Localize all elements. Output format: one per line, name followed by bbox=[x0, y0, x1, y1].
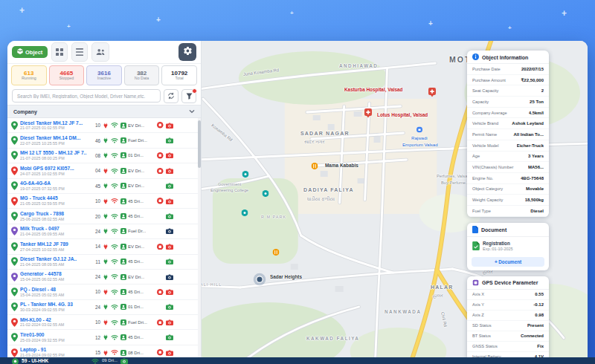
camera-icon[interactable] bbox=[166, 289, 173, 295]
vehicle-row[interactable]: 4G-6A-4G-6A 19-07-2025 07:32:55 PM 45 EV… bbox=[7, 179, 201, 194]
vehicle-row[interactable]: PL - Tanker MH. 4G. 33 30-03-2024 09:02:… bbox=[7, 300, 201, 315]
camera-icon[interactable] bbox=[166, 123, 173, 129]
status-chip-stopped[interactable]: 4665 Stopped bbox=[49, 65, 85, 85]
vehicle-row[interactable]: Laptop - 91 21-03-2024 09:02:55 PM 15 08… bbox=[7, 345, 201, 357]
map-marker-hospital[interactable] bbox=[364, 108, 372, 118]
vehicle-row[interactable]: Tanker MH.12 JF 789 27-04-2025 10:02:55 … bbox=[7, 239, 201, 254]
camera-icon[interactable] bbox=[166, 334, 173, 340]
company-group-header[interactable]: Company bbox=[7, 105, 201, 118]
driver-chip[interactable]: Fuel Dri... bbox=[120, 137, 155, 143]
stop-icon[interactable] bbox=[157, 198, 164, 204]
map-marker-dot[interactable] bbox=[253, 273, 266, 286]
document-item[interactable]: Registration Exp.:01-10-2025 bbox=[467, 237, 549, 255]
refresh-button[interactable] bbox=[164, 89, 178, 103]
vehicle-name[interactable]: MH 12 LT 5550 - MH.12 JF 7.. bbox=[20, 150, 89, 156]
map-marker-food[interactable] bbox=[273, 249, 280, 256]
vehicle-name[interactable]: Tire01-900 bbox=[20, 332, 89, 338]
bottom-vehicle-name[interactable]: 59 - UI-HHK bbox=[22, 358, 89, 363]
vehicle-row[interactable]: Tire01-900 25-03-2024 09:32:55 PM 12 45 … bbox=[7, 330, 201, 345]
tab-list-view[interactable] bbox=[71, 42, 88, 62]
stop-icon[interactable] bbox=[157, 319, 164, 326]
vehicle-name[interactable]: Diesel Tanker MH.14 DM... bbox=[20, 135, 89, 141]
vehicle-name[interactable]: MG - Truck 4445 bbox=[20, 195, 89, 201]
list-scrollbar[interactable] bbox=[198, 118, 201, 357]
status-chip-no-data[interactable]: 382 No Data bbox=[124, 65, 160, 85]
vehicle-name[interactable]: PQ - Diesel - 48 bbox=[20, 287, 89, 293]
map-marker-landmark[interactable] bbox=[242, 171, 249, 178]
driver-chip[interactable]: 45 Dri... bbox=[120, 198, 155, 204]
vehicle-name[interactable]: Diesel Tanker GJ.12 JA.. bbox=[20, 256, 89, 262]
stop-icon[interactable] bbox=[157, 168, 164, 175]
driver-chip[interactable]: 01 Dri... bbox=[120, 152, 155, 158]
camera-icon[interactable] bbox=[166, 152, 173, 158]
bottom-bar[interactable]: 59 - UI-HHK 09 Dri... bbox=[0, 357, 595, 364]
search-input[interactable] bbox=[12, 89, 161, 103]
camera-icon[interactable] bbox=[166, 319, 173, 325]
status-chip-running[interactable]: 613 Running bbox=[11, 65, 47, 85]
stop-icon[interactable] bbox=[157, 122, 164, 129]
stop-icon[interactable] bbox=[157, 244, 164, 250]
status-chip-inactive[interactable]: 3616 Inactive bbox=[86, 65, 122, 85]
vehicle-row[interactable]: MH 12 LT 5550 - MH.12 JF 7.. 21-07-2025 … bbox=[7, 149, 201, 163]
stop-icon[interactable] bbox=[157, 349, 164, 356]
vehicle-row[interactable]: Diesel Tanker MH.12 JF 7... 21-07-2025 0… bbox=[7, 118, 201, 133]
vehicle-row[interactable]: Mobi GPS 6972 KI057... 24-07-2025 10:02:… bbox=[7, 163, 201, 178]
vehicle-name[interactable]: Laptop - 91 bbox=[20, 347, 89, 353]
status-chip-total[interactable]: 10792 Total bbox=[161, 65, 197, 85]
camera-icon[interactable] bbox=[166, 244, 173, 250]
gps-device-parameter-header[interactable]: GPS Device Parameter bbox=[467, 276, 549, 290]
driver-chip[interactable]: 08 Dri... bbox=[120, 350, 155, 356]
driver-chip[interactable]: EV Dri... bbox=[120, 274, 155, 280]
object-information-header[interactable]: Object Information bbox=[467, 51, 549, 64]
scrollbar-thumb[interactable] bbox=[198, 120, 201, 168]
map-marker-landmark[interactable] bbox=[242, 209, 248, 216]
vehicle-name[interactable]: Cargo Truck - 7898 bbox=[20, 211, 89, 217]
driver-chip[interactable]: 45 Dri... bbox=[120, 334, 155, 340]
vehicle-name[interactable]: Milk Truck - 0497 bbox=[20, 226, 89, 232]
vehicle-row[interactable]: MG - Truck 4445 21-05-2025 02:59:55 PM 1… bbox=[7, 194, 201, 209]
camera-icon[interactable] bbox=[166, 198, 173, 204]
driver-chip[interactable]: 45 Dri... bbox=[120, 259, 155, 264]
camera-icon[interactable] bbox=[166, 168, 173, 174]
camera-icon[interactable] bbox=[166, 304, 173, 310]
camera-icon[interactable] bbox=[166, 228, 173, 234]
driver-chip[interactable]: EV Dri... bbox=[120, 168, 155, 174]
stop-icon[interactable] bbox=[157, 152, 164, 159]
stop-icon[interactable] bbox=[157, 289, 164, 296]
vehicle-name[interactable]: Generator - 44578 bbox=[20, 271, 89, 277]
map-marker-hospital[interactable] bbox=[428, 88, 436, 97]
vehicle-row[interactable]: MH-KL00 - 42 21-02-2024 03:02:55 AM 10 F… bbox=[7, 315, 201, 330]
camera-icon[interactable] bbox=[166, 274, 173, 280]
camera-icon[interactable] bbox=[166, 183, 173, 189]
vehicle-row[interactable]: Generator - 44578 15-04-2025 06:02:55 AM… bbox=[7, 270, 201, 285]
vehicle-name[interactable]: Diesel Tanker MH.12 JF 7... bbox=[20, 120, 89, 126]
tab-groups[interactable] bbox=[91, 42, 109, 62]
vehicle-row[interactable]: Diesel Tanker MH.14 DM... 22-07-2025 10:… bbox=[7, 133, 201, 148]
map-marker-food[interactable] bbox=[312, 163, 318, 169]
camera-icon[interactable] bbox=[166, 213, 173, 219]
driver-chip[interactable]: 45 Dri... bbox=[120, 289, 155, 295]
map-marker-shop[interactable] bbox=[416, 127, 422, 133]
map-marker-landmark[interactable] bbox=[263, 190, 269, 197]
vehicle-name[interactable]: Tanker MH.12 JF 789 bbox=[20, 241, 89, 247]
driver-chip[interactable]: EV Dri... bbox=[120, 183, 155, 189]
vehicle-name[interactable]: MH-KL00 - 42 bbox=[20, 317, 89, 323]
document-header[interactable]: Document bbox=[467, 223, 549, 237]
vehicle-row[interactable]: Milk Truck - 0497 21-04-2025 05:09:55 AM… bbox=[7, 224, 201, 239]
camera-icon[interactable] bbox=[166, 350, 173, 356]
vehicle-name[interactable]: Mobi GPS 6972 KI057... bbox=[20, 166, 89, 172]
driver-chip[interactable]: EV Dri... bbox=[120, 244, 155, 250]
camera-icon[interactable] bbox=[166, 259, 173, 264]
camera-icon[interactable] bbox=[166, 137, 173, 143]
driver-chip[interactable]: Fuel Dri... bbox=[120, 319, 155, 325]
tab-object[interactable]: Object bbox=[12, 46, 48, 58]
vehicle-name[interactable]: 4G-6A-4G-6A bbox=[20, 181, 89, 186]
vehicle-row[interactable]: Diesel Tanker GJ.12 JA.. 21-04-2025 08:0… bbox=[7, 255, 201, 270]
settings-button[interactable] bbox=[178, 43, 196, 61]
vehicle-row[interactable]: Cargo Truck - 7898 25-06-2025 08:02:55 A… bbox=[7, 209, 201, 224]
driver-chip[interactable]: EV Dri... bbox=[120, 123, 155, 129]
vehicle-row[interactable]: PQ - Diesel - 48 15-04-2025 05:02:55 AM … bbox=[7, 285, 201, 299]
filter-button[interactable] bbox=[181, 89, 196, 103]
driver-chip[interactable]: 01 Dri... bbox=[120, 304, 155, 310]
vehicle-name[interactable]: PL - Tanker MH. 4G. 33 bbox=[20, 302, 89, 308]
